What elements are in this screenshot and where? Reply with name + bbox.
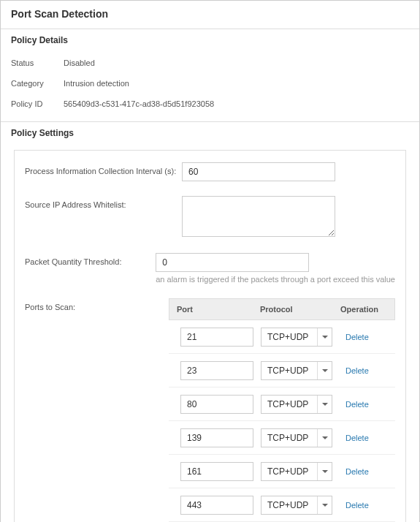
chevron-down-icon	[317, 362, 332, 379]
policy-details-header: Policy Details	[1, 29, 419, 50]
protocol-select[interactable]: TCP+UDP	[261, 395, 332, 414]
port-input[interactable]	[180, 395, 253, 414]
detail-row-category: Category Intrusion detection	[11, 73, 409, 94]
detail-label: Status	[11, 58, 64, 67]
protocol-value: TCP+UDP	[267, 332, 308, 342]
settings-panel: Process Information Collection Interval …	[14, 150, 406, 522]
field-ports: Ports to Scan: Port Protocol Operation T…	[25, 298, 395, 522]
field-threshold: Packet Quantity Threshold: an alarm is t…	[25, 253, 395, 284]
protocol-select[interactable]: TCP+UDP	[261, 361, 332, 380]
detail-row-status: Status Disabled	[11, 53, 409, 73]
port-input[interactable]	[180, 496, 253, 515]
policy-settings-header: Policy Settings	[1, 121, 419, 143]
detail-value: Intrusion detection	[64, 79, 129, 88]
chevron-down-icon	[317, 328, 332, 346]
interval-input[interactable]	[182, 162, 335, 181]
threshold-hint: an alarm is triggered if the packets thr…	[156, 275, 395, 284]
delete-button[interactable]: Delete	[340, 400, 369, 409]
threshold-input[interactable]	[156, 253, 309, 272]
protocol-select[interactable]: TCP+UDP	[261, 462, 332, 481]
container: Port Scan Detection Policy Details Statu…	[0, 0, 420, 522]
protocol-value: TCP+UDP	[267, 399, 308, 409]
table-row: TCP+UDPDelete	[169, 354, 395, 387]
table-row: TCP+UDPDelete	[169, 387, 395, 421]
delete-button[interactable]: Delete	[340, 366, 369, 375]
threshold-label: Packet Quantity Threshold:	[25, 253, 156, 266]
protocol-value: TCP+UDP	[267, 466, 308, 477]
protocol-value: TCP+UDP	[267, 500, 308, 510]
policy-details: Status Disabled Category Intrusion detec…	[1, 50, 419, 118]
table-row: TCP+UDPDelete	[169, 455, 395, 488]
chevron-down-icon	[317, 429, 332, 447]
delete-button[interactable]: Delete	[340, 434, 369, 442]
policy-settings: Process Information Collection Interval …	[1, 143, 419, 522]
col-header-operation: Operation	[337, 305, 394, 314]
port-input[interactable]	[180, 462, 253, 481]
protocol-select[interactable]: TCP+UDP	[261, 496, 332, 515]
detail-label: Policy ID	[11, 99, 64, 108]
port-input[interactable]	[180, 361, 253, 380]
ports-body: TCP+UDPDeleteTCP+UDPDeleteTCP+UDPDeleteT…	[169, 320, 395, 522]
ports-table: Port Protocol Operation TCP+UDPDeleteTCP…	[169, 298, 395, 522]
protocol-select[interactable]: TCP+UDP	[261, 328, 332, 347]
col-header-port: Port	[169, 305, 257, 314]
interval-label: Process Information Collection Interval …	[25, 162, 182, 175]
detail-value: 565409d3-c531-417c-ad38-d5d51f923058	[64, 99, 214, 108]
col-header-protocol: Protocol	[257, 305, 337, 314]
field-interval: Process Information Collection Interval …	[25, 162, 395, 181]
ports-header-row: Port Protocol Operation	[169, 298, 395, 320]
field-whitelist: Source IP Address Whitelist:	[25, 196, 395, 238]
protocol-select[interactable]: TCP+UDP	[261, 428, 332, 447]
detail-value: Disabled	[64, 58, 95, 67]
table-row: TCP+UDPDelete	[169, 421, 395, 455]
delete-button[interactable]: Delete	[340, 467, 369, 476]
detail-label: Category	[11, 79, 64, 88]
chevron-down-icon	[317, 496, 332, 514]
delete-button[interactable]: Delete	[340, 501, 369, 510]
chevron-down-icon	[317, 463, 332, 480]
detail-row-policy-id: Policy ID 565409d3-c531-417c-ad38-d5d51f…	[11, 94, 409, 114]
table-row: TCP+UDPDelete	[169, 488, 395, 522]
protocol-value: TCP+UDP	[267, 433, 308, 443]
table-row: TCP+UDPDelete	[169, 320, 395, 354]
ports-label: Ports to Scan:	[25, 298, 169, 311]
whitelist-textarea[interactable]	[182, 196, 335, 237]
whitelist-label: Source IP Address Whitelist:	[25, 196, 182, 209]
chevron-down-icon	[317, 396, 332, 413]
port-input[interactable]	[180, 328, 253, 347]
delete-button[interactable]: Delete	[340, 333, 369, 341]
protocol-value: TCP+UDP	[267, 366, 308, 376]
page-title: Port Scan Detection	[1, 1, 419, 26]
port-input[interactable]	[180, 428, 253, 447]
